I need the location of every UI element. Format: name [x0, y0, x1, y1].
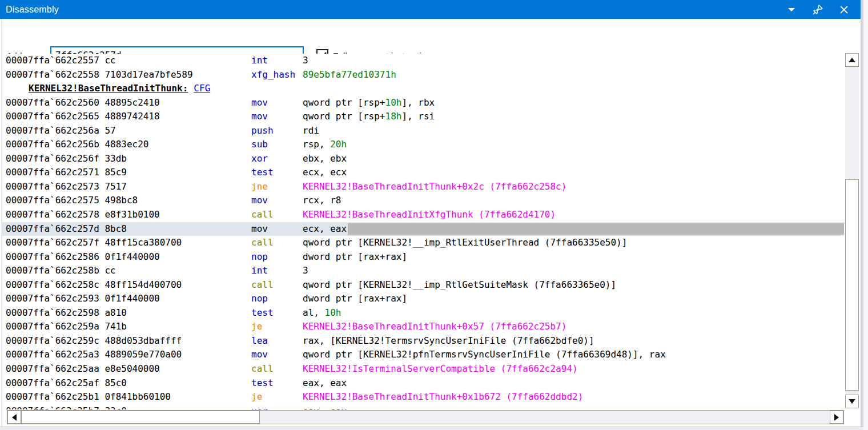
operands: KERNEL32!BaseThreadInitThunk+0x2c (7ffa6…: [303, 180, 566, 194]
disasm-row[interactable]: 00007ffa`662c2558 7103d17ea7bfe589xfg_ha…: [2, 68, 844, 82]
address-and-bytes: 00007ffa`662c2593 0f1f440000: [6, 292, 251, 306]
disasm-row[interactable]: 00007ffa`662c259c 488d053dbafffflearax, …: [2, 334, 844, 348]
scroll-up-button[interactable]: [845, 53, 859, 67]
address-and-bytes: 00007ffa`662c258b cc: [6, 264, 251, 278]
disasm-row[interactable]: 00007ffa`662c2573 7517jneKERNEL32!BaseTh…: [2, 180, 844, 194]
mnemonic: push: [251, 124, 303, 138]
disasm-row[interactable]: 00007ffa`662c258c 48ff154d400700callqwor…: [2, 278, 844, 292]
close-button[interactable]: [838, 3, 850, 16]
disasm-row[interactable]: 00007ffa`662c256a 57pushrdi: [2, 124, 844, 138]
window-left-border: [1, 19, 2, 427]
scroll-down-button[interactable]: [845, 395, 859, 408]
address-and-bytes: 00007ffa`662c256f 33db: [6, 152, 251, 166]
pin-button[interactable]: [811, 3, 824, 16]
disasm-row-current[interactable]: 00007ffa`662c257d 8bc8movecx, eax: [2, 222, 844, 236]
operand-segment: 10h: [325, 307, 341, 318]
disassembly-window: Disassembly Address:: [0, 0, 861, 427]
disasm-row[interactable]: 00007ffa`662c25b1 0f841bb60100jeKERNEL32…: [2, 390, 844, 404]
chevron-down-icon: [788, 8, 795, 11]
cfg-link[interactable]: CFG: [194, 82, 210, 96]
arrow-up-icon: [849, 58, 855, 62]
operand-segment: KERNEL32!BaseThreadInitThunk+0x2c (7ffa6…: [303, 181, 566, 192]
window-title: Disassembly: [6, 5, 59, 15]
operand-segment: KERNEL32!BaseThreadInitXfgThunk (7ffa662…: [303, 209, 556, 220]
address-and-bytes: 00007ffa`662c2575 498bc8: [6, 194, 251, 208]
disasm-row[interactable]: 00007ffa`662c25aa e8e5040000callKERNEL32…: [2, 362, 844, 376]
operand-segment: rax, [KERNEL32!TermsrvSyncUserIniFile (7…: [303, 335, 594, 346]
disasm-row[interactable]: 00007ffa`662c2578 e8f31b0100callKERNEL32…: [2, 208, 844, 222]
pane-menu-button[interactable]: [785, 3, 798, 16]
address-and-bytes: 00007ffa`662c2560 48895c2410: [6, 96, 251, 110]
operand-segment: 3: [303, 265, 308, 276]
horizontal-scrollbar-thumb[interactable]: [21, 411, 260, 424]
operand-segment: qword ptr [KERNEL32!__imp_RtlExitUserThr…: [303, 237, 627, 248]
operands: eax, eax: [303, 376, 347, 391]
operands: eax, eax: [303, 404, 347, 409]
symbol-label: KERNEL32!BaseThreadInitThunk:: [29, 82, 188, 96]
operand-segment: ], rsi: [401, 111, 435, 122]
disasm-row[interactable]: 00007ffa`662c2557 ccint3: [2, 54, 844, 68]
mnemonic: je: [251, 390, 303, 404]
address-and-bytes: 00007ffa`662c2573 7517: [6, 180, 251, 194]
address-and-bytes: 00007ffa`662c2598 a810: [6, 306, 251, 320]
address-and-bytes: 00007ffa`662c256a 57: [6, 124, 251, 138]
mnemonic: call: [251, 208, 303, 222]
disasm-row[interactable]: 00007ffa`662c2598 a810testal, 10h: [2, 306, 844, 320]
disasm-row[interactable]: 00007ffa`662c2593 0f1f440000nopdword ptr…: [2, 292, 844, 306]
disasm-row[interactable]: 00007ffa`662c256f 33dbxorebx, ebx: [2, 152, 844, 166]
address-and-bytes: 00007ffa`662c2571 85c9: [6, 166, 251, 180]
disasm-row[interactable]: 00007ffa`662c258b ccint3: [2, 264, 844, 278]
disasm-row[interactable]: 00007ffa`662c25b7 33c0xoreax, eax: [2, 404, 844, 409]
mnemonic: test: [251, 306, 303, 320]
disasm-row[interactable]: 00007ffa`662c2571 85c9testecx, ecx: [2, 166, 844, 180]
disasm-row[interactable]: 00007ffa`662c2575 498bc8movrcx, r8: [2, 194, 844, 208]
address-and-bytes: 00007ffa`662c257d 8bc8: [6, 222, 251, 236]
mnemonic: test: [251, 166, 303, 180]
scroll-right-button[interactable]: [830, 411, 843, 424]
address-and-bytes: 00007ffa`662c2586 0f1f440000: [6, 250, 251, 264]
disasm-label-row[interactable]: KERNEL32!BaseThreadInitThunk:CFG: [2, 82, 844, 96]
address-and-bytes: 00007ffa`662c257f 48ff15ca380700: [6, 236, 251, 250]
mnemonic: lea: [251, 334, 303, 348]
disasm-row[interactable]: 00007ffa`662c25a3 4889059e770a00movqword…: [2, 348, 844, 362]
disassembly-toolbar: Address: Follow current instruction: [0, 19, 861, 52]
operand-segment: dword ptr [rax+rax]: [303, 293, 407, 304]
operands: qword ptr [rsp+10h], rbx: [303, 96, 435, 110]
mnemonic: nop: [251, 250, 303, 264]
operand-segment: qword ptr [rsp+: [303, 111, 385, 122]
operands: dword ptr [rax+rax]: [303, 292, 407, 306]
operand-segment: KERNEL32!BaseThreadInitThunk+0x57 (7ffa6…: [303, 321, 566, 332]
disasm-row[interactable]: 00007ffa`662c256b 4883ec20subrsp, 20h: [2, 138, 844, 152]
address-and-bytes: 00007ffa`662c2565 4889742418: [6, 110, 251, 124]
operands: KERNEL32!IsTerminalServerCompatible (7ff…: [303, 362, 578, 376]
mnemonic: mov: [251, 96, 303, 110]
operand-segment: 20h: [330, 139, 347, 150]
operands: KERNEL32!BaseThreadInitThunk+0x1b672 (7f…: [303, 390, 583, 404]
disasm-row[interactable]: 00007ffa`662c259a 741bjeKERNEL32!BaseThr…: [2, 320, 844, 334]
address-and-bytes: 00007ffa`662c256b 4883ec20: [6, 138, 251, 152]
vertical-scrollbar-thumb[interactable]: [845, 179, 859, 391]
operand-segment: eax, eax: [303, 377, 347, 388]
disasm-row[interactable]: 00007ffa`662c2565 4889742418movqword ptr…: [2, 110, 844, 124]
operand-segment: al,: [303, 307, 325, 318]
address-and-bytes: 00007ffa`662c258c 48ff154d400700: [6, 278, 251, 292]
arrow-left-icon: [12, 414, 17, 421]
disasm-row[interactable]: 00007ffa`662c2560 48895c2410movqword ptr…: [2, 96, 844, 110]
mnemonic: mov: [251, 222, 303, 236]
vertical-scrollbar[interactable]: [845, 53, 859, 408]
operands: qword ptr [rsp+18h], rsi: [303, 110, 435, 124]
disasm-row[interactable]: 00007ffa`662c257f 48ff15ca380700callqwor…: [2, 236, 844, 250]
operands: ecx, eax: [303, 222, 347, 236]
disasm-row[interactable]: 00007ffa`662c25af 85c0testeax, eax: [2, 376, 844, 391]
address-and-bytes: 00007ffa`662c25b1 0f841bb60100: [6, 390, 251, 404]
current-instruction-bar: [348, 223, 844, 235]
horizontal-scrollbar[interactable]: [7, 410, 844, 424]
operands: qword ptr [KERNEL32!__imp_RtlExitUserThr…: [303, 236, 627, 250]
mnemonic: je: [251, 320, 303, 334]
disasm-row[interactable]: 00007ffa`662c2586 0f1f440000nopdword ptr…: [2, 250, 844, 264]
operand-segment: KERNEL32!IsTerminalServerCompatible (7ff…: [303, 363, 578, 374]
mnemonic: int: [251, 264, 303, 278]
operands: ecx, ecx: [303, 166, 347, 180]
mnemonic: xor: [251, 404, 303, 409]
scroll-left-button[interactable]: [7, 411, 21, 424]
